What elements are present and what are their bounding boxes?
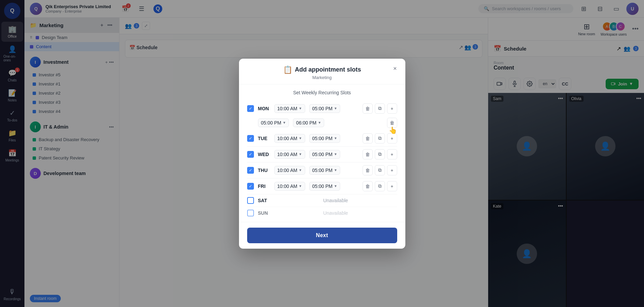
fri-label: FRI (258, 184, 270, 189)
sat-checkbox[interactable] (247, 197, 254, 204)
modal-subtitle: Marketing (312, 75, 332, 80)
thu-end-time[interactable]: 05:00 PM ▼ (309, 166, 341, 175)
mon-slot2-end[interactable]: 06:00 PM ▼ (293, 118, 324, 127)
tue-start-time[interactable]: 10:00 AM ▼ (274, 134, 305, 143)
wed-checkbox[interactable]: ✓ (247, 151, 254, 158)
thu-slot-actions: 🗑 ⧉ + (363, 165, 397, 175)
modal-footer: Next (239, 222, 405, 249)
appointment-icon: 📋 (283, 65, 292, 74)
mon-label: MON (258, 106, 270, 111)
modal-title-row: 📋 Add appointment slots (283, 65, 361, 74)
fri-copy-button[interactable]: ⧉ (375, 181, 385, 191)
modal-overlay[interactable]: 📋 Add appointment slots Marketing × Set … (0, 0, 644, 307)
fri-end-time[interactable]: 05:00 PM ▼ (309, 182, 341, 191)
tue-copy-button[interactable]: ⧉ (375, 133, 385, 143)
tue-end-time[interactable]: 05:00 PM ▼ (309, 134, 341, 143)
next-button[interactable]: Next (247, 228, 397, 243)
fri-start-time[interactable]: 10:00 AM ▼ (274, 182, 305, 191)
sun-unavailable: Unavailable (274, 210, 397, 216)
fri-slot-actions: 🗑 ⧉ + (363, 181, 397, 191)
sat-label: SAT (258, 198, 270, 203)
tue-label: TUE (258, 136, 270, 141)
tue-checkbox[interactable]: ✓ (247, 135, 254, 142)
tue-delete-button[interactable]: 🗑 (363, 133, 373, 143)
fri-checkbox[interactable]: ✓ (247, 183, 254, 190)
mon-copy-button[interactable]: ⧉ (375, 103, 385, 114)
thu-delete-button[interactable]: 🗑 (363, 165, 373, 175)
sat-unavailable: Unavailable (274, 198, 397, 203)
thu-copy-button[interactable]: ⧉ (375, 165, 385, 175)
mon-slot-2: 05:00 PM ▼ 06:00 PM ▼ 🗑 👆 (247, 116, 397, 131)
day-row-wed: ✓ WED 10:00 AM ▼ 05:00 PM ▼ 🗑 ⧉ + (247, 146, 397, 162)
mon-slot-2-actions: 🗑 👆 (387, 118, 397, 128)
modal-body: ✓ MON 10:00 AM ▼ 05:00 PM ▼ 🗑 ⧉ + (239, 98, 405, 222)
mon-slot-1-actions: 🗑 ⧉ + (363, 103, 397, 114)
fri-add-button[interactable]: + (387, 181, 397, 191)
wed-slot-actions: 🗑 ⧉ + (363, 149, 397, 159)
day-row-sun: SUN Unavailable (247, 207, 397, 219)
appointment-modal: 📋 Add appointment slots Marketing × Set … (239, 59, 405, 249)
modal-title: Add appointment slots (295, 66, 361, 73)
sun-label: SUN (258, 210, 270, 216)
mon-delete-button[interactable]: 🗑 (363, 103, 373, 114)
thu-add-button[interactable]: + (387, 165, 397, 175)
tue-slot-actions: 🗑 ⧉ + (363, 133, 397, 143)
wed-copy-button[interactable]: ⧉ (375, 149, 385, 159)
mon-slot2-start[interactable]: 05:00 PM ▼ (258, 118, 289, 127)
wed-start-time[interactable]: 10:00 AM ▼ (274, 150, 305, 159)
thu-start-time[interactable]: 10:00 AM ▼ (274, 166, 305, 175)
day-row-thu: ✓ THU 10:00 AM ▼ 05:00 PM ▼ 🗑 ⧉ + (247, 162, 397, 178)
modal-close-button[interactable]: × (390, 64, 400, 74)
wed-end-time[interactable]: 05:00 PM ▼ (309, 150, 341, 159)
mon-checkbox[interactable]: ✓ (247, 105, 254, 112)
modal-section-title: Set Weekly Recurring Slots (239, 84, 405, 98)
day-row-sat: SAT Unavailable (247, 194, 397, 207)
day-row-mon: ✓ MON 10:00 AM ▼ 05:00 PM ▼ 🗑 ⧉ + (247, 101, 397, 131)
thu-checkbox[interactable]: ✓ (247, 167, 254, 174)
fri-delete-button[interactable]: 🗑 (363, 181, 373, 191)
mon-slot2-delete-button[interactable]: 🗑 👆 (387, 118, 397, 128)
mon-start-time[interactable]: 10:00 AM ▼ (274, 104, 305, 113)
thu-label: THU (258, 168, 270, 173)
modal-header: 📋 Add appointment slots Marketing × (239, 59, 405, 84)
mon-slot-1: ✓ MON 10:00 AM ▼ 05:00 PM ▼ 🗑 ⧉ + (247, 101, 397, 116)
wed-delete-button[interactable]: 🗑 (363, 149, 373, 159)
day-row-fri: ✓ FRI 10:00 AM ▼ 05:00 PM ▼ 🗑 ⧉ + (247, 178, 397, 194)
sun-checkbox[interactable] (247, 210, 254, 216)
day-row-tue: ✓ TUE 10:00 AM ▼ 05:00 PM ▼ 🗑 ⧉ + (247, 131, 397, 146)
mon-add-button[interactable]: + (387, 103, 397, 114)
wed-add-button[interactable]: + (387, 149, 397, 159)
tue-add-button[interactable]: + (387, 133, 397, 143)
wed-label: WED (258, 152, 270, 157)
mon-end-time[interactable]: 05:00 PM ▼ (309, 104, 341, 113)
